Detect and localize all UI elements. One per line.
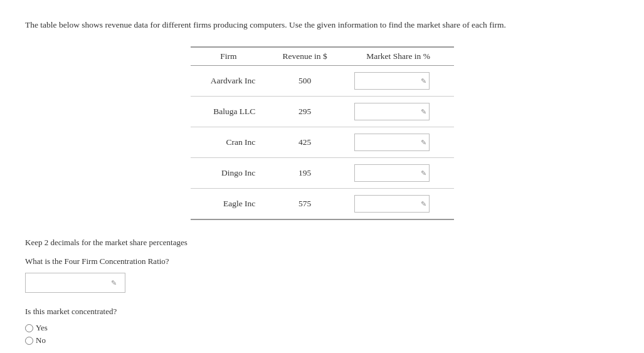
table-row: Aardvark Inc500✎ <box>191 66 454 97</box>
firm-name-cell: Eagle Inc <box>191 189 267 220</box>
market-share-input-wrapper[interactable]: ✎ <box>354 103 430 120</box>
market-share-cell[interactable]: ✎ <box>343 97 454 127</box>
revenue-cell: 425 <box>267 127 342 158</box>
market-share-input-wrapper[interactable]: ✎ <box>354 195 430 213</box>
market-share-cell[interactable]: ✎ <box>343 189 454 220</box>
pencil-icon: ✎ <box>421 169 426 177</box>
header-firm: Firm <box>191 47 267 66</box>
table-row: Cran Inc425✎ <box>191 127 454 158</box>
revenue-cell: 500 <box>267 66 342 97</box>
concentration-question: What is the Four Firm Concentration Rati… <box>25 256 619 266</box>
pencil-icon: ✎ <box>421 139 426 147</box>
pencil-icon: ✎ <box>421 77 426 85</box>
revenue-cell: 295 <box>267 97 342 127</box>
revenue-cell: 195 <box>267 158 342 189</box>
revenue-cell: 575 <box>267 189 342 220</box>
market-share-input-0[interactable] <box>357 76 414 86</box>
market-share-input-wrapper[interactable]: ✎ <box>354 72 430 90</box>
market-share-cell[interactable]: ✎ <box>343 127 454 158</box>
firm-name-cell: Aardvark Inc <box>191 66 267 97</box>
header-market-share: Market Share in % <box>343 47 454 66</box>
decimal-note: Keep 2 decimals for the market share per… <box>25 238 619 248</box>
radio-no-label[interactable]: No <box>25 335 619 345</box>
header-revenue: Revenue in $ <box>267 47 342 66</box>
market-share-input-wrapper[interactable]: ✎ <box>354 134 430 151</box>
firm-name-cell: Dingo Inc <box>191 158 267 189</box>
pencil-icon: ✎ <box>421 200 426 208</box>
radio-no-text: No <box>36 335 46 345</box>
radio-yes-text: Yes <box>36 323 48 333</box>
intro-text: The table below shows revenue data for d… <box>25 19 619 31</box>
market-share-input-wrapper[interactable]: ✎ <box>354 164 430 182</box>
market-share-cell[interactable]: ✎ <box>343 66 454 97</box>
market-concentrated-question: Is this market concentrated? <box>25 307 619 317</box>
radio-yes[interactable] <box>25 324 33 332</box>
revenue-table: Firm Revenue in $ Market Share in % Aard… <box>191 46 454 220</box>
market-share-input-2[interactable] <box>357 137 414 147</box>
radio-group: Yes No <box>25 323 619 345</box>
table-row: Dingo Inc195✎ <box>191 158 454 189</box>
firm-name-cell: Cran Inc <box>191 127 267 158</box>
market-share-cell[interactable]: ✎ <box>343 158 454 189</box>
concentration-pencil-icon: ✎ <box>111 279 117 287</box>
concentration-input-wrapper[interactable]: ✎ <box>25 273 125 293</box>
table-header-row: Firm Revenue in $ Market Share in % <box>191 47 454 66</box>
table-row: Eagle Inc575✎ <box>191 189 454 220</box>
market-share-input-1[interactable] <box>357 107 414 117</box>
market-share-input-3[interactable] <box>357 168 414 178</box>
radio-no[interactable] <box>25 337 33 345</box>
data-table-container: Firm Revenue in $ Market Share in % Aard… <box>25 46 619 220</box>
firm-name-cell: Baluga LLC <box>191 97 267 127</box>
pencil-icon: ✎ <box>421 108 426 116</box>
radio-yes-label[interactable]: Yes <box>25 323 619 333</box>
table-row: Baluga LLC295✎ <box>191 97 454 127</box>
concentration-input[interactable] <box>29 278 111 288</box>
market-share-input-4[interactable] <box>357 199 414 209</box>
